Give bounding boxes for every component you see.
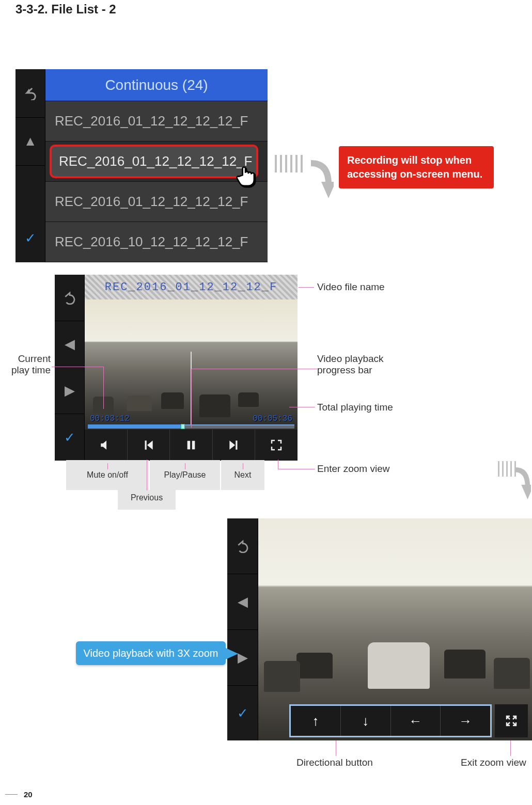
cursor-hand-icon [232, 161, 261, 190]
next-button[interactable] [212, 430, 255, 461]
scroll-up-button[interactable]: ▲ [15, 118, 45, 166]
play-pause-button[interactable] [169, 430, 212, 461]
arrow-left-icon: ← [409, 713, 422, 729]
check-icon: ✓ [25, 230, 36, 246]
transition-lines-icon [498, 461, 516, 477]
arrow-down-icon: ↓ [362, 713, 369, 729]
zoom-video-area: ↑ ↓ ← → [258, 518, 532, 740]
previous-button[interactable] [127, 430, 170, 461]
ann-current-time: Current play time [0, 353, 51, 376]
table-row[interactable]: REC_2016_10_12_12_12_12_F [45, 222, 268, 262]
video-filename-bar: REC_2016_01_12_12_12_F [85, 275, 298, 299]
confirm-button[interactable]: ✓ [15, 214, 45, 263]
table-row[interactable]: REC_2016_01_12_12_12_12_F [45, 101, 268, 141]
total-time-text: 00:05:36 [253, 414, 292, 423]
ann-mute: Mute on/off [66, 460, 149, 490]
current-time-text: 00:03:12 [90, 414, 130, 423]
transition-arrow-icon [311, 160, 334, 201]
pan-right-button[interactable]: → [441, 706, 490, 736]
directional-button-group: ↑ ↓ ← → [289, 704, 492, 737]
mute-button[interactable] [85, 430, 127, 461]
filelist-screen: ▲ ✓ Continuous (24) REC_2016_01_12_12_12… [15, 69, 268, 262]
enter-zoom-button[interactable] [255, 430, 298, 461]
ann-progress: Video playback progress bar [317, 353, 420, 376]
ann-next: Next [221, 460, 264, 490]
next-item-button[interactable]: ▶ [55, 368, 84, 414]
right-tri-icon: ▶ [238, 650, 248, 666]
transition-lines-icon [275, 155, 303, 172]
filelist-header: Continuous (24) [45, 69, 268, 101]
table-row-selected[interactable]: REC_2016_01_12_12_12_12_F [45, 141, 268, 182]
svg-rect-0 [187, 441, 191, 450]
transition-arrow-icon [515, 467, 531, 503]
confirm-button[interactable]: ✓ [55, 414, 84, 461]
check-icon: ✓ [64, 430, 75, 446]
back-button[interactable] [227, 518, 258, 574]
ann-directional: Directional button [296, 757, 373, 768]
section-title: 3-3-2. File List - 2 [15, 2, 116, 17]
filelist-main: Continuous (24) REC_2016_01_12_12_12_12_… [45, 69, 268, 262]
warning-banner: Recording will stop when accessing on-sc… [339, 146, 494, 188]
zoom-sidebar: ◀ ▶ ✓ [227, 518, 258, 740]
left-tri-icon: ◀ [238, 594, 248, 610]
playback-screen: ◀ ▶ ✓ REC_2016_01_12_12_12_F 00:03:12 00… [55, 275, 298, 461]
left-tri-icon: ◀ [65, 336, 75, 352]
playback-controls [85, 430, 298, 461]
ann-exit-zoom: Exit zoom view [461, 757, 526, 768]
ann-zoom: Enter zoom view [317, 463, 389, 475]
zoom-screen: ◀ ▶ ✓ ↑ ↓ ← → [227, 518, 532, 740]
arrow-right-icon: → [459, 713, 472, 729]
exit-zoom-button[interactable] [495, 704, 528, 737]
ann-play-pause: Play/Pause [150, 460, 220, 490]
ann-filename: Video file name [317, 281, 385, 293]
pan-left-button[interactable]: ← [391, 706, 441, 736]
arrow-up-icon: ↑ [312, 713, 319, 729]
right-tri-icon: ▶ [65, 383, 75, 399]
pan-up-button[interactable]: ↑ [291, 706, 341, 736]
playback-sidebar: ◀ ▶ ✓ [55, 275, 85, 461]
row-label: REC_2016_01_12_12_12_12_F [59, 153, 252, 169]
zoom-callout: Video playback with 3X zoom [76, 641, 226, 665]
svg-rect-1 [192, 441, 195, 450]
filelist-sidebar: ▲ ✓ [15, 69, 45, 262]
ann-previous: Previous [118, 490, 176, 510]
back-button[interactable] [55, 275, 84, 321]
confirm-button[interactable]: ✓ [227, 686, 258, 740]
page-number: 20 [24, 790, 33, 799]
prev-item-button[interactable]: ◀ [227, 574, 258, 630]
back-button[interactable] [15, 69, 45, 118]
prev-item-button[interactable]: ◀ [55, 321, 84, 368]
zoom-controls: ↑ ↓ ← → [289, 704, 528, 737]
page-footer: 20 [5, 790, 33, 799]
check-icon: ✓ [237, 705, 248, 721]
up-icon: ▲ [24, 133, 37, 149]
pan-down-button[interactable]: ↓ [341, 706, 391, 736]
ann-total: Total playing time [317, 402, 393, 413]
